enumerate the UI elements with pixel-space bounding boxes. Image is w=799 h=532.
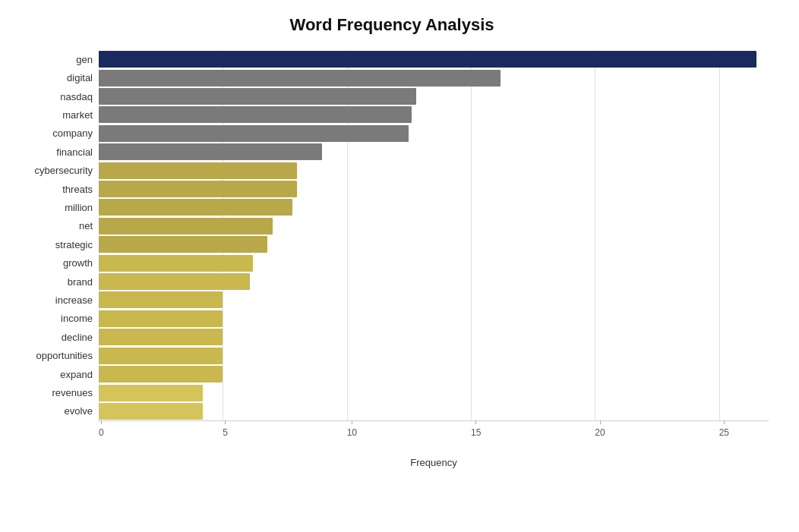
bar-row: company <box>15 124 769 143</box>
bar <box>99 348 223 364</box>
bar <box>99 143 322 160</box>
bar <box>99 329 223 345</box>
bar <box>99 385 203 401</box>
bar <box>99 218 273 235</box>
bar-row: evolve <box>15 402 769 420</box>
x-tick-line <box>475 420 476 424</box>
bar-track <box>99 328 769 346</box>
bar <box>99 162 297 179</box>
x-tick-line <box>225 420 226 424</box>
x-tick-value: 10 <box>347 427 357 438</box>
bars-container: gendigitalnasdaqmarketcompanyfinancialcy… <box>15 50 769 420</box>
bar-track <box>99 124 769 143</box>
x-tick-value: 5 <box>223 427 228 438</box>
bar-label: increase <box>15 294 99 306</box>
bar-label: net <box>15 220 99 231</box>
bar-row: strategic <box>15 235 769 253</box>
bar <box>99 199 292 216</box>
bar <box>99 291 223 308</box>
bar-row: market <box>15 105 769 124</box>
bar-track <box>99 235 769 253</box>
bar-label: nasdaq <box>15 91 99 102</box>
bar-label: opportunities <box>15 350 99 361</box>
chart-container: Word Frequency Analysis gendigitalnasdaq… <box>0 0 799 532</box>
bar-row: gen <box>15 50 769 68</box>
bar-label: gen <box>15 54 99 65</box>
chart-area: gendigitalnasdaqmarketcompanyfinancialcy… <box>15 50 769 468</box>
bar-row: expand <box>15 365 769 383</box>
x-tick-value: 0 <box>99 427 104 438</box>
bar-row: growth <box>15 253 769 272</box>
bar <box>99 366 223 382</box>
bar-track <box>99 402 769 420</box>
bar-row: decline <box>15 328 769 346</box>
bar-row: million <box>15 198 769 216</box>
bar-track <box>99 68 769 87</box>
bar-label: company <box>15 127 99 139</box>
bar <box>99 88 416 105</box>
bar <box>99 106 412 123</box>
x-tick-value: 25 <box>719 427 729 438</box>
x-tick-line <box>600 420 601 424</box>
bar <box>99 273 250 290</box>
x-axis-line <box>99 420 769 421</box>
bar-label: million <box>15 202 99 213</box>
bar <box>99 70 501 87</box>
bar-row: net <box>15 217 769 235</box>
bar-row: financial <box>15 143 769 161</box>
bar-row: cybersecurity <box>15 161 769 179</box>
bar-track <box>99 365 769 383</box>
x-tick-value: 15 <box>471 427 481 438</box>
bar-label: financial <box>15 146 99 158</box>
bar-track <box>99 291 769 309</box>
bar-row: digital <box>15 68 769 87</box>
bar <box>99 125 409 142</box>
x-tick-value: 20 <box>595 427 605 438</box>
x-tick: 25 <box>719 420 729 438</box>
x-tick: 5 <box>223 420 228 438</box>
bar-track <box>99 180 769 198</box>
bar-label: growth <box>15 257 99 269</box>
bar-label: revenues <box>15 387 99 398</box>
bar-row: opportunities <box>15 347 769 365</box>
bar-row: increase <box>15 291 769 309</box>
bar-track <box>99 383 769 401</box>
bar-label: expand <box>15 369 99 380</box>
x-tick-line <box>101 420 102 424</box>
bar-track <box>99 161 769 179</box>
bar-track <box>99 50 769 68</box>
bar-label: threats <box>15 184 99 195</box>
bar <box>99 310 223 327</box>
bar-row: brand <box>15 272 769 291</box>
bar-row: nasdaq <box>15 87 769 105</box>
bar-track <box>99 310 769 328</box>
bar-row: income <box>15 310 769 328</box>
x-tick: 0 <box>99 420 104 438</box>
bar-track <box>99 87 769 105</box>
bar-track <box>99 347 769 365</box>
x-tick-line <box>724 420 725 424</box>
bar-label: market <box>15 109 99 121</box>
bar <box>99 51 756 68</box>
bar-label: evolve <box>15 405 99 417</box>
bar <box>99 236 267 253</box>
bar-track <box>99 272 769 291</box>
bar-label: digital <box>15 72 99 83</box>
bar <box>99 403 203 420</box>
x-axis-title: Frequency <box>99 457 769 468</box>
x-tick: 10 <box>347 420 357 438</box>
bar-label: cybersecurity <box>15 165 99 176</box>
bar-label: strategic <box>15 239 99 250</box>
bar-track <box>99 198 769 216</box>
x-tick: 15 <box>471 420 481 438</box>
bar-row: revenues <box>15 383 769 401</box>
bar-track <box>99 105 769 124</box>
bar-label: brand <box>15 276 99 288</box>
bar-label: income <box>15 313 99 324</box>
x-axis: 0510152025 <box>99 420 769 451</box>
bar <box>99 255 253 272</box>
chart-title: Word Frequency Analysis <box>15 15 769 35</box>
chart-plot: gendigitalnasdaqmarketcompanyfinancialcy… <box>15 50 769 420</box>
bar-label: decline <box>15 332 99 343</box>
bar-track <box>99 253 769 272</box>
